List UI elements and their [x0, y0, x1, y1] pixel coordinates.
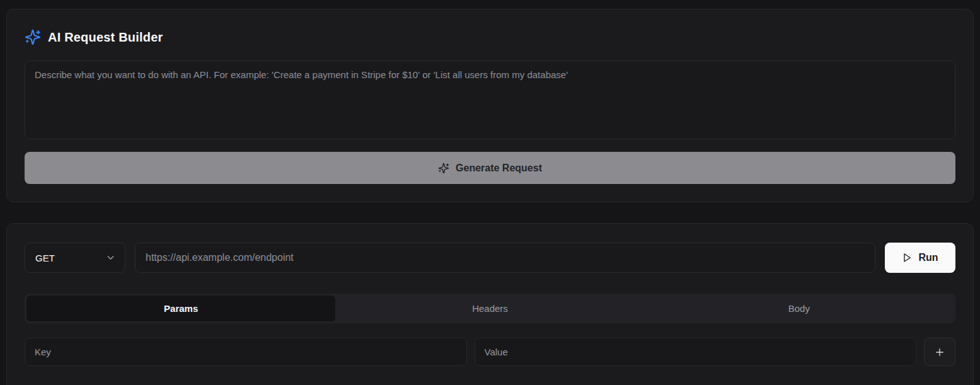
page-title: AI Request Builder — [48, 30, 163, 45]
tab-headers[interactable]: Headers — [335, 296, 644, 321]
tab-body[interactable]: Body — [645, 296, 954, 321]
run-button-label: Run — [918, 252, 938, 263]
generate-request-label: Generate Request — [456, 163, 542, 174]
sparkles-icon — [25, 29, 41, 45]
ai-prompt-textarea[interactable] — [25, 60, 955, 139]
run-button[interactable]: Run — [885, 243, 955, 273]
plus-icon — [934, 347, 945, 358]
url-input[interactable] — [135, 243, 875, 273]
http-method-value: GET — [35, 253, 55, 263]
param-value-input[interactable] — [475, 338, 917, 366]
ai-card-header: AI Request Builder — [25, 29, 955, 45]
request-panel-card: GET Run Params Headers Body — [6, 223, 974, 385]
request-tabs: Params Headers Body — [25, 294, 955, 323]
sparkles-icon — [438, 163, 449, 174]
param-key-input[interactable] — [25, 338, 467, 366]
param-row — [25, 338, 955, 366]
add-param-button[interactable] — [924, 338, 955, 366]
tab-params[interactable]: Params — [26, 296, 335, 321]
http-method-select[interactable]: GET — [25, 243, 125, 273]
play-icon — [902, 253, 912, 263]
generate-request-button[interactable]: Generate Request — [25, 152, 955, 184]
ai-request-builder-card: AI Request Builder Generate Request — [6, 9, 974, 202]
request-url-row: GET Run — [25, 243, 955, 273]
chevron-down-icon — [105, 253, 116, 263]
